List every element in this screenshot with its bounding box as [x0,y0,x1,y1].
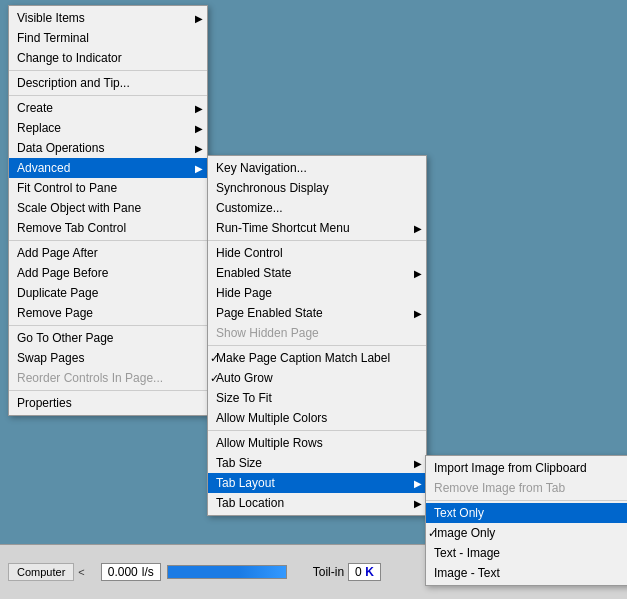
menu-item-enabled-state[interactable]: Enabled State ▶ [208,263,426,283]
separator [9,325,207,326]
arrow-icon: ▶ [195,103,203,114]
context-menu-advanced: Key Navigation... Synchronous Display Cu… [207,155,427,516]
value-area: 0.000 l/s Toil-in 0 K [93,561,389,583]
menu-item-go-to-other-page[interactable]: Go To Other Page [9,328,207,348]
context-menu-primary: Visible Items ▶ Find Terminal Change to … [8,5,208,416]
menu-item-image-text[interactable]: Image - Text [426,563,627,583]
separator [9,95,207,96]
menu-item-remove-page[interactable]: Remove Page [9,303,207,323]
menu-item-tab-location[interactable]: Tab Location ▶ [208,493,426,513]
arrow-icon: ▶ [414,268,422,279]
menu-item-change-to-indicator[interactable]: Change to Indicator [9,48,207,68]
separator [9,390,207,391]
menu-item-reorder-controls[interactable]: Reorder Controls In Page... [9,368,207,388]
k-value: 0 K [348,563,381,581]
separator [426,500,627,501]
arrow-icon: ▶ [195,143,203,154]
arrow-icon: ▶ [195,123,203,134]
separator [208,430,426,431]
toil-area: Toil-in 0 K [313,563,381,581]
separator [208,240,426,241]
menu-item-create[interactable]: Create ▶ [9,98,207,118]
menu-item-make-page-caption[interactable]: Make Page Caption Match Label [208,348,426,368]
menu-item-data-operations[interactable]: Data Operations ▶ [9,138,207,158]
arrow-icon: ▶ [414,458,422,469]
menu-item-swap-pages[interactable]: Swap Pages [9,348,207,368]
menu-item-allow-multiple-rows[interactable]: Allow Multiple Rows [208,433,426,453]
separator [9,70,207,71]
menu-item-tab-size[interactable]: Tab Size ▶ [208,453,426,473]
progress-bar [167,565,287,579]
menu-item-remove-image[interactable]: Remove Image from Tab [426,478,627,498]
arrow-icon: ▶ [414,223,422,234]
menu-item-add-page-after[interactable]: Add Page After [9,243,207,263]
menu-item-customize[interactable]: Customize... [208,198,426,218]
menu-item-page-enabled-state[interactable]: Page Enabled State ▶ [208,303,426,323]
menu-item-size-to-fit[interactable]: Size To Fit [208,388,426,408]
menu-item-advanced[interactable]: Advanced ▶ [9,158,207,178]
menu-item-import-image[interactable]: Import Image from Clipboard [426,458,627,478]
status-bar-left: Computer < [0,559,93,585]
menu-item-hide-page[interactable]: Hide Page [208,283,426,303]
menu-item-text-only[interactable]: Text Only [426,503,627,523]
arrow-icon: ▶ [195,13,203,24]
separator [9,240,207,241]
arrow-icon: ▶ [414,498,422,509]
menu-item-key-navigation[interactable]: Key Navigation... [208,158,426,178]
menu-item-find-terminal[interactable]: Find Terminal [9,28,207,48]
menu-item-allow-multiple-colors[interactable]: Allow Multiple Colors [208,408,426,428]
menu-item-replace[interactable]: Replace ▶ [9,118,207,138]
scroll-indicator[interactable]: < [78,566,84,578]
menu-item-synchronous-display[interactable]: Synchronous Display [208,178,426,198]
numeric-display: 0.000 l/s [101,563,161,581]
arrow-icon: ▶ [414,478,422,489]
arrow-icon: ▶ [195,163,203,174]
menu-item-runtime-shortcut[interactable]: Run-Time Shortcut Menu ▶ [208,218,426,238]
arrow-icon: ▶ [414,308,422,319]
menu-item-description[interactable]: Description and Tip... [9,73,207,93]
menu-item-text-image[interactable]: Text - Image [426,543,627,563]
menu-item-tab-layout[interactable]: Tab Layout ▶ [208,473,426,493]
context-menu-tab-layout: Import Image from Clipboard Remove Image… [425,455,627,586]
separator [208,345,426,346]
menu-item-remove-tab-control[interactable]: Remove Tab Control [9,218,207,238]
menu-item-scale-object[interactable]: Scale Object with Pane [9,198,207,218]
menu-item-auto-grow[interactable]: Auto Grow [208,368,426,388]
menu-item-image-only[interactable]: Image Only [426,523,627,543]
menu-item-visible-items[interactable]: Visible Items ▶ [9,8,207,28]
menu-item-hide-control[interactable]: Hide Control [208,243,426,263]
menu-item-duplicate-page[interactable]: Duplicate Page [9,283,207,303]
menu-item-fit-control[interactable]: Fit Control to Pane [9,178,207,198]
menu-item-properties[interactable]: Properties [9,393,207,413]
menu-item-show-hidden-page[interactable]: Show Hidden Page [208,323,426,343]
menu-item-add-page-before[interactable]: Add Page Before [9,263,207,283]
computer-label: Computer [8,563,74,581]
